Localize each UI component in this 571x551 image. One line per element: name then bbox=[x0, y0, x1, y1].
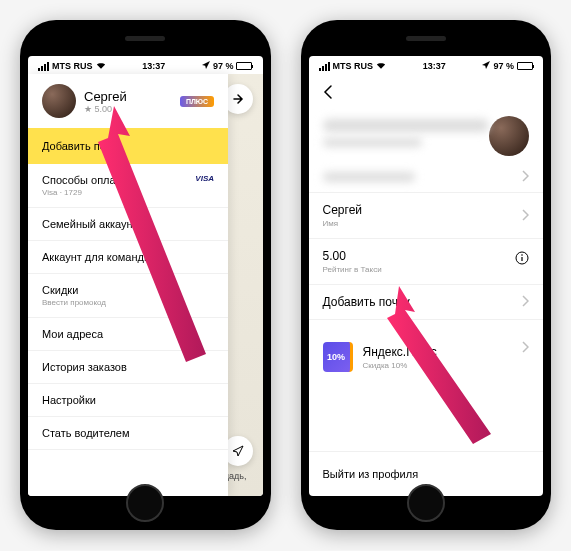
row-name[interactable]: Сергей Имя bbox=[309, 193, 544, 239]
screen-right: MTS RUS 13:37 97 % bbox=[309, 56, 544, 496]
chevron-right-icon bbox=[522, 339, 529, 357]
menu-item-discounts[interactable]: Скидки Ввести промокод bbox=[28, 274, 228, 318]
row-add-email[interactable]: Добавить почту bbox=[309, 285, 544, 320]
svg-point-2 bbox=[521, 254, 523, 256]
carrier-label: MTS RUS bbox=[52, 61, 93, 71]
status-bar: MTS RUS 13:37 97 % bbox=[309, 56, 544, 74]
carrier-label: MTS RUS bbox=[333, 61, 374, 71]
menu-item-become-driver[interactable]: Стать водителем bbox=[28, 417, 228, 450]
menu-item-team[interactable]: Аккаунт для команды bbox=[28, 241, 228, 274]
clock-label: 13:37 bbox=[423, 61, 446, 71]
battery-icon bbox=[517, 62, 533, 70]
battery-pct: 97 % bbox=[213, 61, 234, 71]
wifi-icon bbox=[96, 61, 106, 71]
screen-left: MTS RUS 13:37 97 % ощадь, bbox=[28, 56, 263, 496]
chevron-right-icon bbox=[522, 207, 529, 225]
blurred-login bbox=[323, 119, 490, 132]
phone-right: MTS RUS 13:37 97 % bbox=[301, 20, 552, 530]
row-rating[interactable]: 5.00 Рейтинг в Такси bbox=[309, 239, 544, 285]
back-button[interactable] bbox=[309, 74, 544, 110]
profile-header[interactable]: Сергей ★ 5.00 ПЛЮС bbox=[28, 74, 228, 128]
battery-icon bbox=[236, 62, 252, 70]
location-icon bbox=[482, 61, 490, 71]
menu-item-payment[interactable]: Способы оплаты Visa · 1729 VISA bbox=[28, 164, 228, 208]
svg-rect-3 bbox=[521, 257, 522, 261]
menu-item-history[interactable]: История заказов bbox=[28, 351, 228, 384]
profile-name: Сергей bbox=[84, 89, 172, 104]
clock-label: 13:37 bbox=[142, 61, 165, 71]
chevron-right-icon bbox=[522, 293, 529, 311]
menu-item-addresses[interactable]: Мои адреса bbox=[28, 318, 228, 351]
phone-speaker bbox=[125, 36, 165, 41]
status-bar: MTS RUS 13:37 97 % bbox=[28, 56, 263, 74]
menu-item-settings[interactable]: Настройки bbox=[28, 384, 228, 417]
plus-badge: ПЛЮС bbox=[180, 96, 214, 107]
side-drawer: Сергей ★ 5.00 ПЛЮС Добавить почту Способ… bbox=[28, 74, 228, 496]
avatar bbox=[42, 84, 76, 118]
row-yandex-plus[interactable]: 10% Яндекс.Плюс Скидка 10% bbox=[309, 330, 544, 384]
phone-left: MTS RUS 13:37 97 % ощадь, bbox=[20, 20, 271, 530]
info-icon[interactable] bbox=[515, 251, 529, 269]
phone-speaker bbox=[406, 36, 446, 41]
signal-icon bbox=[38, 62, 49, 71]
avatar[interactable] bbox=[489, 116, 529, 156]
home-button[interactable] bbox=[126, 484, 164, 522]
location-icon bbox=[202, 61, 210, 71]
row-blurred[interactable] bbox=[309, 162, 544, 193]
chevron-left-icon bbox=[323, 84, 333, 100]
blurred-value bbox=[323, 172, 416, 182]
plus-discount-badge: 10% bbox=[323, 342, 353, 372]
menu-item-add-email[interactable]: Добавить почту bbox=[28, 128, 228, 164]
home-button[interactable] bbox=[407, 484, 445, 522]
chevron-right-icon bbox=[522, 168, 529, 186]
visa-icon: VISA bbox=[195, 174, 214, 183]
menu-item-family[interactable]: Семейный аккаунт bbox=[28, 208, 228, 241]
blurred-email bbox=[323, 138, 423, 147]
wifi-icon bbox=[376, 61, 386, 71]
signal-icon bbox=[319, 62, 330, 71]
profile-rating: ★ 5.00 bbox=[84, 104, 172, 114]
profile-header-row bbox=[309, 110, 544, 162]
battery-pct: 97 % bbox=[493, 61, 514, 71]
